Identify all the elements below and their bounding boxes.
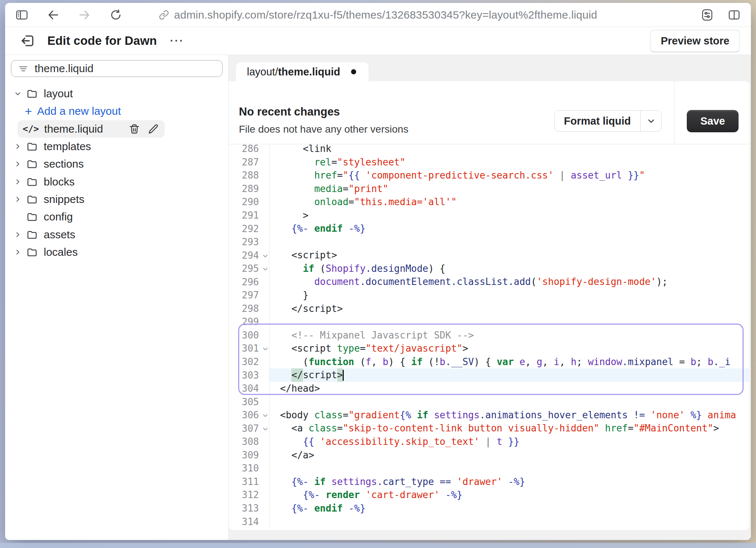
line-number: 307 xyxy=(229,422,269,435)
sidebar-item-label: locales xyxy=(44,246,78,258)
sidebar-item-add-a-new-layout[interactable]: +Add a new layout xyxy=(11,102,223,120)
exit-icon[interactable] xyxy=(20,33,35,48)
fold-toggle-icon[interactable] xyxy=(262,266,268,272)
code-line-303[interactable]: </script> xyxy=(280,368,749,382)
code-line-290[interactable]: onload="this.media='all'" xyxy=(280,195,749,209)
line-number: 302 xyxy=(229,355,269,369)
address-bar[interactable]: admin.shopify.com/store/rzq1xu-f5/themes… xyxy=(159,3,597,27)
sidebar-item-templates[interactable]: templates xyxy=(11,138,223,155)
code-line-293[interactable] xyxy=(280,235,749,249)
browser-extensions-icon[interactable] xyxy=(700,8,714,22)
code-area[interactable]: <link rel="stylesheet" href="{{ 'compone… xyxy=(269,144,749,530)
code-line-300[interactable]: <!-- Mixpanel Javascript SDK --> xyxy=(280,329,749,342)
filter-icon xyxy=(18,63,29,74)
editor-header: No recent changes File does not have any… xyxy=(229,81,749,144)
sidebar-item-assets[interactable]: assets xyxy=(11,226,223,243)
code-line-295[interactable]: if (Shopify.designMode) { xyxy=(280,262,749,275)
code-pane[interactable]: 2862872882892902912922932942952962972982… xyxy=(229,144,749,530)
code-line-288[interactable]: href="{{ 'component-predictive-search.cs… xyxy=(280,169,749,182)
fold-toggle-icon[interactable] xyxy=(262,412,268,419)
trash-icon[interactable] xyxy=(129,124,140,134)
sidebar-item-theme-liquid[interactable]: </>theme.liquid xyxy=(17,120,165,138)
line-number: 310 xyxy=(229,462,269,475)
line-number: 297 xyxy=(229,289,269,302)
code-line-296[interactable]: document.documentElement.classList.add('… xyxy=(280,275,749,289)
code-line-304[interactable]: </head> xyxy=(280,382,749,395)
code-line-305[interactable] xyxy=(280,395,749,408)
folder-icon xyxy=(26,176,38,188)
line-number: 314 xyxy=(229,515,269,528)
code-line-306[interactable]: <body class="gradient{% if settings.anim… xyxy=(280,408,749,422)
code-line-310[interactable] xyxy=(280,462,749,475)
code-line-309[interactable]: </a> xyxy=(280,449,749,462)
folder-icon xyxy=(26,141,38,152)
code-line-302[interactable]: (function (f, b) { if (!b.__SV) { var e,… xyxy=(280,355,749,369)
code-line-294[interactable]: <script> xyxy=(280,248,749,262)
sidebar-item-label: Add a new layout xyxy=(37,105,121,117)
code-line-297[interactable]: } xyxy=(280,289,749,302)
line-number: 289 xyxy=(229,182,269,196)
format-liquid-dropdown[interactable] xyxy=(640,111,661,131)
line-number: 305 xyxy=(229,395,269,408)
code-line-312[interactable]: {%- render 'cart-drawer' -%} xyxy=(280,488,749,502)
code-line-289[interactable]: media="print" xyxy=(280,182,749,196)
chevron-right-icon[interactable] xyxy=(13,248,23,256)
chevron-down-icon[interactable] xyxy=(13,90,23,98)
fold-toggle-icon[interactable] xyxy=(262,253,268,259)
header-divider xyxy=(674,81,674,144)
file-tree: layout+Add a new layout</>theme.liquidte… xyxy=(11,85,223,261)
code-line-301[interactable]: <script type="text/javascript"> xyxy=(280,342,749,355)
browser-sidebar-toggle-icon[interactable] xyxy=(15,8,29,22)
fold-toggle-icon[interactable] xyxy=(262,346,268,352)
code-line-314[interactable] xyxy=(280,515,749,528)
tab-theme-liquid[interactable]: layout/theme.liquid xyxy=(236,62,369,81)
line-number: 290 xyxy=(229,195,269,209)
code-line-299[interactable] xyxy=(280,315,749,329)
pencil-icon[interactable] xyxy=(148,124,159,134)
sidebar-item-snippets[interactable]: snippets xyxy=(11,191,223,208)
browser-toolbar: admin.shopify.com/store/rzq1xu-f5/themes… xyxy=(5,3,751,27)
chevron-right-icon[interactable] xyxy=(13,195,23,203)
chevron-right-icon[interactable] xyxy=(13,231,23,239)
line-number: 309 xyxy=(229,449,269,462)
code-line-287[interactable]: rel="stylesheet" xyxy=(280,156,749,169)
code-line-311[interactable]: {%- if settings.cart_type == 'drawer' -%… xyxy=(280,475,749,489)
fold-toggle-icon[interactable] xyxy=(262,426,268,432)
url-text: admin.shopify.com/store/rzq1xu-f5/themes… xyxy=(174,9,597,21)
sidebar-item-label: layout xyxy=(44,87,73,100)
code-line-307[interactable]: <a class="skip-to-content-link button vi… xyxy=(280,422,749,435)
sidebar-item-label: templates xyxy=(44,140,91,153)
code-line-291[interactable]: > xyxy=(280,209,749,222)
line-number: 292 xyxy=(229,222,269,235)
forward-icon[interactable] xyxy=(77,8,92,22)
split-view-icon[interactable] xyxy=(727,8,741,22)
code-line-313[interactable]: {%- endif -%} xyxy=(280,502,749,515)
chevron-right-icon[interactable] xyxy=(13,142,23,150)
tab-label: layout/theme.liquid xyxy=(247,66,340,78)
code-line-298[interactable]: </script> xyxy=(280,302,749,316)
format-liquid-button[interactable]: Format liquid xyxy=(555,111,641,131)
code-line-308[interactable]: {{ 'accessibility.skip_to_text' | t }} xyxy=(280,435,749,449)
sidebar-item-layout[interactable]: layout xyxy=(11,85,223,102)
browser-window: admin.shopify.com/store/rzq1xu-f5/themes… xyxy=(5,3,751,540)
chevron-right-icon[interactable] xyxy=(13,160,23,168)
folder-icon xyxy=(26,229,38,240)
file-filter-input[interactable]: theme.liquid xyxy=(11,60,223,77)
reload-icon[interactable] xyxy=(109,8,123,22)
sidebar-item-locales[interactable]: locales xyxy=(11,243,223,261)
code-line-286[interactable]: <link xyxy=(280,144,749,156)
page-title: Edit code for Dawn xyxy=(47,34,157,48)
back-icon[interactable] xyxy=(46,8,60,22)
line-number: 287 xyxy=(229,156,269,169)
sidebar-item-blocks[interactable]: blocks xyxy=(11,173,223,190)
preview-store-button[interactable]: Preview store xyxy=(650,30,740,52)
line-number: 298 xyxy=(229,302,269,316)
more-actions-icon[interactable]: ··· xyxy=(170,35,184,47)
sidebar-item-config[interactable]: config xyxy=(11,208,223,226)
folder-icon xyxy=(26,88,38,99)
sidebar-item-sections[interactable]: sections xyxy=(11,155,223,173)
chevron-right-icon[interactable] xyxy=(13,178,23,186)
save-button[interactable]: Save xyxy=(687,110,739,132)
code-line-315[interactable]: <script src="{{ 'global.js' | asset_url … xyxy=(280,528,749,530)
code-line-292[interactable]: {%- endif -%} xyxy=(280,222,749,235)
